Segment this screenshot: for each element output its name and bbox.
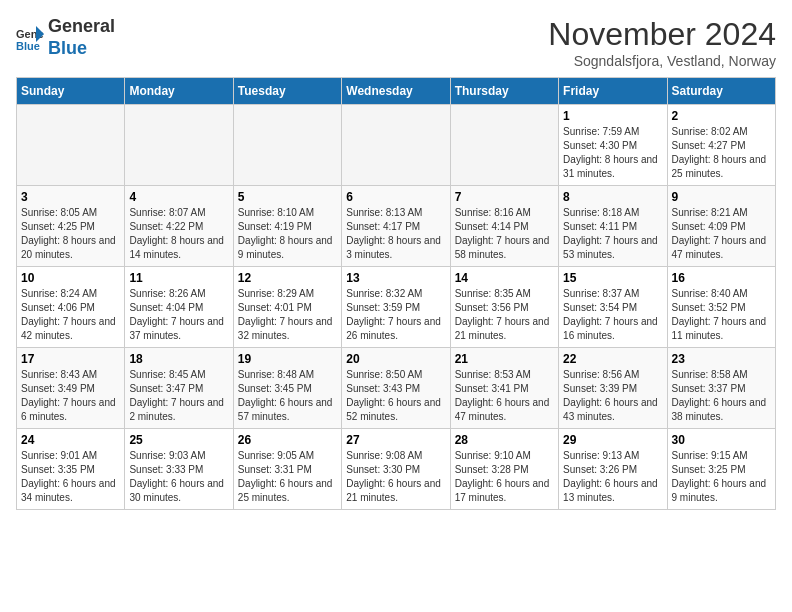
logo-general-text: General [48, 16, 115, 36]
day-info: Sunrise: 8:18 AM Sunset: 4:11 PM Dayligh… [563, 206, 662, 262]
calendar-cell: 5Sunrise: 8:10 AM Sunset: 4:19 PM Daylig… [233, 186, 341, 267]
svg-text:Blue: Blue [16, 40, 40, 52]
calendar-week-row: 24Sunrise: 9:01 AM Sunset: 3:35 PM Dayli… [17, 429, 776, 510]
day-number: 17 [21, 352, 120, 366]
weekday-header: Sunday [17, 78, 125, 105]
weekday-header: Monday [125, 78, 233, 105]
weekday-header: Friday [559, 78, 667, 105]
calendar-week-row: 10Sunrise: 8:24 AM Sunset: 4:06 PM Dayli… [17, 267, 776, 348]
calendar-body: 1Sunrise: 7:59 AM Sunset: 4:30 PM Daylig… [17, 105, 776, 510]
day-number: 26 [238, 433, 337, 447]
day-number: 21 [455, 352, 554, 366]
calendar-cell: 27Sunrise: 9:08 AM Sunset: 3:30 PM Dayli… [342, 429, 450, 510]
calendar-cell: 18Sunrise: 8:45 AM Sunset: 3:47 PM Dayli… [125, 348, 233, 429]
calendar-cell: 10Sunrise: 8:24 AM Sunset: 4:06 PM Dayli… [17, 267, 125, 348]
day-number: 22 [563, 352, 662, 366]
day-number: 29 [563, 433, 662, 447]
day-info: Sunrise: 9:03 AM Sunset: 3:33 PM Dayligh… [129, 449, 228, 505]
day-info: Sunrise: 8:02 AM Sunset: 4:27 PM Dayligh… [672, 125, 771, 181]
day-info: Sunrise: 8:10 AM Sunset: 4:19 PM Dayligh… [238, 206, 337, 262]
day-number: 25 [129, 433, 228, 447]
day-info: Sunrise: 8:53 AM Sunset: 3:41 PM Dayligh… [455, 368, 554, 424]
day-info: Sunrise: 8:13 AM Sunset: 4:17 PM Dayligh… [346, 206, 445, 262]
calendar-cell: 4Sunrise: 8:07 AM Sunset: 4:22 PM Daylig… [125, 186, 233, 267]
calendar-cell: 17Sunrise: 8:43 AM Sunset: 3:49 PM Dayli… [17, 348, 125, 429]
day-number: 9 [672, 190, 771, 204]
calendar-cell: 2Sunrise: 8:02 AM Sunset: 4:27 PM Daylig… [667, 105, 775, 186]
day-info: Sunrise: 8:50 AM Sunset: 3:43 PM Dayligh… [346, 368, 445, 424]
day-info: Sunrise: 8:37 AM Sunset: 3:54 PM Dayligh… [563, 287, 662, 343]
day-info: Sunrise: 8:21 AM Sunset: 4:09 PM Dayligh… [672, 206, 771, 262]
day-info: Sunrise: 8:16 AM Sunset: 4:14 PM Dayligh… [455, 206, 554, 262]
day-number: 16 [672, 271, 771, 285]
logo-icon: General Blue [16, 24, 44, 52]
day-info: Sunrise: 9:01 AM Sunset: 3:35 PM Dayligh… [21, 449, 120, 505]
weekday-header: Thursday [450, 78, 558, 105]
calendar-header: SundayMondayTuesdayWednesdayThursdayFrid… [17, 78, 776, 105]
day-info: Sunrise: 8:05 AM Sunset: 4:25 PM Dayligh… [21, 206, 120, 262]
day-number: 13 [346, 271, 445, 285]
day-info: Sunrise: 8:07 AM Sunset: 4:22 PM Dayligh… [129, 206, 228, 262]
weekday-header: Wednesday [342, 78, 450, 105]
day-number: 2 [672, 109, 771, 123]
day-info: Sunrise: 8:29 AM Sunset: 4:01 PM Dayligh… [238, 287, 337, 343]
day-number: 12 [238, 271, 337, 285]
calendar-week-row: 1Sunrise: 7:59 AM Sunset: 4:30 PM Daylig… [17, 105, 776, 186]
day-number: 5 [238, 190, 337, 204]
day-info: Sunrise: 7:59 AM Sunset: 4:30 PM Dayligh… [563, 125, 662, 181]
day-number: 23 [672, 352, 771, 366]
calendar-cell: 14Sunrise: 8:35 AM Sunset: 3:56 PM Dayli… [450, 267, 558, 348]
day-number: 4 [129, 190, 228, 204]
calendar-cell: 7Sunrise: 8:16 AM Sunset: 4:14 PM Daylig… [450, 186, 558, 267]
day-info: Sunrise: 8:40 AM Sunset: 3:52 PM Dayligh… [672, 287, 771, 343]
calendar-week-row: 17Sunrise: 8:43 AM Sunset: 3:49 PM Dayli… [17, 348, 776, 429]
calendar-cell: 29Sunrise: 9:13 AM Sunset: 3:26 PM Dayli… [559, 429, 667, 510]
calendar-cell: 12Sunrise: 8:29 AM Sunset: 4:01 PM Dayli… [233, 267, 341, 348]
day-info: Sunrise: 8:24 AM Sunset: 4:06 PM Dayligh… [21, 287, 120, 343]
day-number: 24 [21, 433, 120, 447]
day-number: 8 [563, 190, 662, 204]
calendar-cell: 9Sunrise: 8:21 AM Sunset: 4:09 PM Daylig… [667, 186, 775, 267]
calendar-cell: 6Sunrise: 8:13 AM Sunset: 4:17 PM Daylig… [342, 186, 450, 267]
page-header: General Blue General Blue November 2024 … [16, 16, 776, 69]
calendar-cell: 11Sunrise: 8:26 AM Sunset: 4:04 PM Dayli… [125, 267, 233, 348]
calendar-cell: 22Sunrise: 8:56 AM Sunset: 3:39 PM Dayli… [559, 348, 667, 429]
month-title: November 2024 [548, 16, 776, 53]
weekday-header: Saturday [667, 78, 775, 105]
day-number: 27 [346, 433, 445, 447]
weekday-row: SundayMondayTuesdayWednesdayThursdayFrid… [17, 78, 776, 105]
calendar-cell: 20Sunrise: 8:50 AM Sunset: 3:43 PM Dayli… [342, 348, 450, 429]
location: Sogndalsfjora, Vestland, Norway [548, 53, 776, 69]
day-info: Sunrise: 9:08 AM Sunset: 3:30 PM Dayligh… [346, 449, 445, 505]
calendar-cell: 30Sunrise: 9:15 AM Sunset: 3:25 PM Dayli… [667, 429, 775, 510]
day-number: 6 [346, 190, 445, 204]
calendar-cell: 26Sunrise: 9:05 AM Sunset: 3:31 PM Dayli… [233, 429, 341, 510]
calendar-table: SundayMondayTuesdayWednesdayThursdayFrid… [16, 77, 776, 510]
calendar-cell: 13Sunrise: 8:32 AM Sunset: 3:59 PM Dayli… [342, 267, 450, 348]
weekday-header: Tuesday [233, 78, 341, 105]
calendar-cell: 28Sunrise: 9:10 AM Sunset: 3:28 PM Dayli… [450, 429, 558, 510]
day-number: 14 [455, 271, 554, 285]
calendar-cell [17, 105, 125, 186]
calendar-cell: 21Sunrise: 8:53 AM Sunset: 3:41 PM Dayli… [450, 348, 558, 429]
logo: General Blue General Blue [16, 16, 115, 59]
day-number: 7 [455, 190, 554, 204]
calendar-cell: 24Sunrise: 9:01 AM Sunset: 3:35 PM Dayli… [17, 429, 125, 510]
calendar-cell: 19Sunrise: 8:48 AM Sunset: 3:45 PM Dayli… [233, 348, 341, 429]
day-info: Sunrise: 8:43 AM Sunset: 3:49 PM Dayligh… [21, 368, 120, 424]
day-info: Sunrise: 9:05 AM Sunset: 3:31 PM Dayligh… [238, 449, 337, 505]
calendar-cell: 16Sunrise: 8:40 AM Sunset: 3:52 PM Dayli… [667, 267, 775, 348]
day-info: Sunrise: 9:13 AM Sunset: 3:26 PM Dayligh… [563, 449, 662, 505]
calendar-cell: 23Sunrise: 8:58 AM Sunset: 3:37 PM Dayli… [667, 348, 775, 429]
day-info: Sunrise: 8:48 AM Sunset: 3:45 PM Dayligh… [238, 368, 337, 424]
calendar-week-row: 3Sunrise: 8:05 AM Sunset: 4:25 PM Daylig… [17, 186, 776, 267]
day-number: 19 [238, 352, 337, 366]
day-info: Sunrise: 9:10 AM Sunset: 3:28 PM Dayligh… [455, 449, 554, 505]
day-number: 20 [346, 352, 445, 366]
calendar-cell: 15Sunrise: 8:37 AM Sunset: 3:54 PM Dayli… [559, 267, 667, 348]
day-number: 10 [21, 271, 120, 285]
calendar-cell: 8Sunrise: 8:18 AM Sunset: 4:11 PM Daylig… [559, 186, 667, 267]
day-info: Sunrise: 9:15 AM Sunset: 3:25 PM Dayligh… [672, 449, 771, 505]
calendar-cell [125, 105, 233, 186]
calendar-cell: 3Sunrise: 8:05 AM Sunset: 4:25 PM Daylig… [17, 186, 125, 267]
